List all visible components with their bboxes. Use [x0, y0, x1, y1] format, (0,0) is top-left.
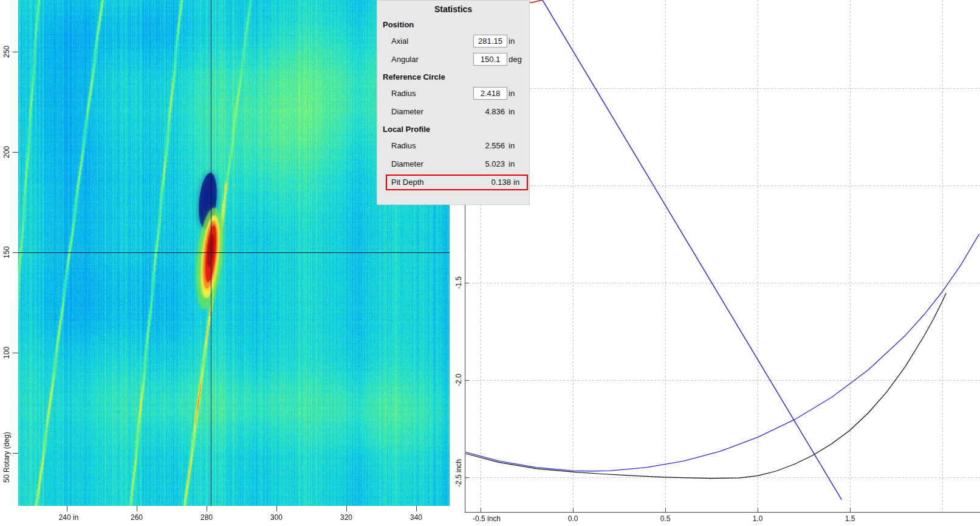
statistics-title: Statistics: [377, 1, 529, 16]
statistics-panel: Statistics Position Axial 281.15 in Angu…: [377, 0, 530, 205]
y-tick-label: 250: [2, 46, 11, 58]
pit-depth-label: Pit Depth: [391, 178, 423, 187]
stat-row-ref-radius: Radius 2.418 in: [377, 85, 529, 103]
x-tick-label: -0.5 inch: [473, 514, 501, 523]
stat-row-ref-diameter: Diameter 4.836 in: [377, 103, 529, 121]
pit-depth-highlight-box: Pit Depth 0.138 in: [386, 175, 528, 190]
ref-diameter-unit: in: [509, 103, 524, 121]
x-tick-label: 320: [340, 513, 352, 522]
stat-row-axial: Axial 281.15 in: [377, 32, 529, 50]
local-diameter-unit: in: [509, 155, 524, 173]
stat-row-local-diameter: Diameter 5.023 in: [377, 155, 529, 173]
ref-radius-input[interactable]: 2.418: [473, 87, 507, 100]
local-profile-chart: -1.5 -2.0 -2.5 inch -0.5 inch 0.0 0.5 1.…: [465, 0, 980, 526]
ref-diameter-label: Diameter: [391, 107, 423, 116]
x-tick-label: 240 in: [59, 513, 79, 522]
profile-plot-area[interactable]: [465, 0, 980, 513]
x-tick-label: 0.5: [660, 514, 671, 523]
x-tick-label: 280: [200, 513, 213, 522]
x-tick-label: 1.0: [753, 514, 763, 523]
angular-input[interactable]: 150.1: [473, 53, 507, 66]
pit-depth-unit: in: [513, 176, 529, 189]
x-tick-label: 300: [270, 513, 283, 522]
local-radius-label: Radius: [391, 141, 416, 150]
y-tick-label: -2.0: [454, 374, 463, 387]
axial-unit: in: [509, 32, 524, 50]
section-header-position: Position: [377, 16, 529, 32]
ref-diameter-value: 4.836: [468, 103, 505, 121]
y-axis-title: 50 Rotary (deg): [2, 432, 11, 482]
y-tick-label: -1.5: [454, 277, 463, 289]
y-tick-label: 200: [2, 146, 11, 158]
pit-depth-value: 0.138: [475, 176, 511, 189]
y-tick-label: -2.5 inch: [454, 459, 463, 487]
pit-inspection-app: 250 200 150 100 50 Rotary (deg) 240 in 2…: [0, 0, 980, 526]
y-tick-label: 100: [2, 347, 11, 359]
ref-radius-label: Radius: [391, 89, 416, 98]
y-tick-label: 150: [2, 246, 11, 258]
stat-row-angular: Angular 150.1 deg: [377, 50, 529, 69]
section-header-local-profile: Local Profile: [377, 121, 529, 137]
ref-radius-unit: in: [509, 85, 524, 103]
angular-unit: deg: [509, 50, 524, 69]
stat-row-local-radius: Radius 2.556 in: [377, 137, 529, 155]
axial-input[interactable]: 281.15: [473, 35, 507, 47]
x-tick-label: 260: [131, 513, 143, 522]
local-diameter-label: Diameter: [391, 159, 423, 168]
section-header-reference-circle: Reference Circle: [377, 69, 529, 85]
local-diameter-value: 5.023: [468, 155, 505, 173]
axial-label: Axial: [391, 36, 408, 46]
local-radius-unit: in: [509, 137, 524, 155]
x-tick-label: 340: [410, 513, 422, 522]
x-tick-label: 1.5: [845, 514, 855, 523]
x-tick-label: 0.0: [568, 514, 578, 523]
angular-label: Angular: [391, 55, 419, 64]
local-radius-value: 2.556: [468, 137, 505, 155]
